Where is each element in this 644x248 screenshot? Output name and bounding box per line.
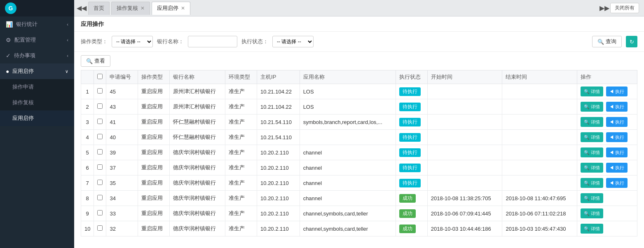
sidebar-item-op-apply[interactable]: 操作申请: [0, 79, 74, 95]
main-area: ◀◀ 首页 操作复核 ✕ 应用启停 ✕ ▶▶ 关闭所有 应用操作 操作类型： -…: [74, 0, 644, 248]
detail-button[interactable]: 🔍 详情: [581, 132, 603, 142]
bank-name-input[interactable]: [188, 36, 237, 47]
detail-button[interactable]: 🔍 详情: [581, 117, 603, 127]
row-checkbox-cell: [94, 191, 106, 206]
sidebar: G 📊 银行统计 ‹ ⚙ 配置管理 ‹ ✓ 待办事项 ‹ ● 应用启停 ∨ 操作…: [0, 0, 74, 248]
sidebar-item-op-review[interactable]: 操作复核: [0, 95, 74, 110]
query-button[interactable]: 🔍 查询: [592, 36, 622, 47]
sidebar-item-app-start[interactable]: ● 应用启停 ∨: [0, 63, 74, 79]
exec-button[interactable]: ◀ 执行: [606, 178, 628, 188]
row-start: 2018-10-08 11:38:25:705: [427, 191, 502, 206]
row-ip: 10.20.2.110: [257, 191, 300, 206]
row-apply-id: 33: [106, 206, 138, 221]
row-checkbox[interactable]: [97, 149, 103, 154]
row-app: channel: [300, 191, 396, 206]
row-checkbox-cell: [94, 145, 106, 160]
exec-button[interactable]: ◀ 执行: [606, 102, 628, 112]
col-env-header: 环境类型: [225, 70, 257, 84]
logo-icon: G: [5, 2, 16, 14]
row-status: 成功: [396, 221, 427, 236]
exec-button[interactable]: ◀ 执行: [606, 117, 628, 127]
chevron-icon: ‹: [67, 53, 68, 58]
row-checkbox-cell: [94, 99, 106, 115]
detail-button[interactable]: 🔍 详情: [581, 208, 603, 218]
row-status: 待执行: [396, 160, 427, 175]
row-checkbox-cell: [94, 84, 106, 99]
row-op-type: 重启应用: [138, 221, 170, 236]
table-row: 4 40 重启应用 怀仁慧融村镇银行 准生产 10.21.54.110 待执行 …: [81, 130, 637, 145]
view-btn-label: 查看: [94, 57, 105, 65]
row-checkbox[interactable]: [97, 103, 103, 109]
row-actions: 🔍 详情 ◀ 执行: [577, 160, 637, 175]
status-badge: 待执行: [399, 164, 421, 172]
row-apply-id: 41: [106, 115, 138, 130]
row-status: 成功: [396, 191, 427, 206]
row-status: 待执行: [396, 84, 427, 99]
tab-app-stop-close[interactable]: ✕: [181, 5, 185, 11]
detail-button[interactable]: 🔍 详情: [581, 224, 603, 234]
sidebar-item-label: 配置管理: [14, 36, 67, 44]
row-app: symbols,branch,report,card,los,...: [300, 115, 396, 130]
tab-op-review-label: 操作复核: [117, 5, 138, 12]
exec-button[interactable]: ◀ 执行: [606, 147, 628, 157]
refresh-button[interactable]: ↻: [626, 36, 637, 47]
sidebar-item-todo[interactable]: ✓ 待办事项 ‹: [0, 48, 74, 63]
sidebar-item-app-stop[interactable]: 应用启停: [0, 110, 74, 126]
detail-button[interactable]: 🔍 详情: [581, 102, 603, 112]
row-checkbox[interactable]: [97, 195, 103, 200]
exec-button[interactable]: ◀ 执行: [606, 163, 628, 173]
sidebar-sub-label: 应用启停: [12, 115, 68, 122]
select-all-checkbox[interactable]: [97, 74, 103, 79]
row-checkbox-cell: [94, 175, 106, 191]
row-bank: 德庆华润村镇银行: [170, 191, 225, 206]
row-end: 2018-10-03 10:45:47:430: [502, 221, 577, 236]
view-button[interactable]: 🔍 查看: [81, 55, 110, 67]
exec-button[interactable]: ◀ 执行: [606, 132, 628, 142]
sidebar-item-label: 待办事项: [14, 52, 67, 59]
row-ip: 10.20.2.110: [257, 206, 300, 221]
sidebar-sub-label: 操作申请: [12, 83, 68, 91]
sidebar-item-bank-stats[interactable]: 📊 银行统计 ‹: [0, 16, 74, 32]
tab-op-review[interactable]: 操作复核 ✕: [111, 2, 150, 15]
row-bank: 怀仁慧融村镇银行: [170, 130, 225, 145]
detail-button[interactable]: 🔍 详情: [581, 163, 603, 173]
col-bank-header: 银行名称: [170, 70, 225, 84]
tab-home[interactable]: 首页: [88, 2, 110, 15]
tab-op-review-close[interactable]: ✕: [141, 5, 145, 11]
row-checkbox[interactable]: [97, 164, 103, 170]
row-num: 10: [81, 221, 94, 236]
detail-button[interactable]: 🔍 详情: [581, 178, 603, 188]
row-num: 9: [81, 206, 94, 221]
status-badge: 待执行: [399, 118, 421, 126]
row-end: 2018-10-06 07:11:02:218: [502, 206, 577, 221]
row-num: 3: [81, 115, 94, 130]
detail-button[interactable]: 🔍 详情: [581, 87, 603, 96]
row-checkbox[interactable]: [97, 134, 103, 139]
op-type-select[interactable]: -- 请选择 --: [112, 36, 153, 47]
tabs-next-btn[interactable]: ▶▶: [599, 2, 610, 14]
status-badge: 待执行: [399, 179, 421, 187]
close-all-button[interactable]: 关闭所有: [610, 3, 639, 13]
sidebar-submenu: 操作申请 操作复核 应用启停: [0, 79, 74, 126]
tabs-prev-btn[interactable]: ◀◀: [76, 2, 87, 14]
row-actions: 🔍 详情 ◀ 执行: [577, 84, 637, 99]
row-start: [427, 115, 502, 130]
exec-button[interactable]: ◀ 执行: [606, 87, 628, 96]
row-checkbox[interactable]: [97, 180, 103, 185]
detail-button[interactable]: 🔍 详情: [581, 147, 603, 157]
exec-status-select[interactable]: -- 请选择 --: [272, 36, 314, 47]
row-op-type: 重启应用: [138, 84, 170, 99]
row-op-type: 重启应用: [138, 206, 170, 221]
row-app: channel,symbols,card,teller: [300, 221, 396, 236]
op-type-label: 操作类型：: [81, 38, 108, 45]
row-app: channel: [300, 175, 396, 191]
row-checkbox[interactable]: [97, 88, 103, 94]
sidebar-item-config-mgmt[interactable]: ⚙ 配置管理 ‹: [0, 32, 74, 48]
table-row: 1 45 重启应用 原州津汇村镇银行 准生产 10.21.104.22 LOS …: [81, 84, 637, 99]
row-checkbox[interactable]: [97, 119, 103, 124]
row-checkbox[interactable]: [97, 210, 103, 215]
row-op-type: 重启应用: [138, 99, 170, 115]
row-checkbox[interactable]: [97, 225, 103, 231]
detail-button[interactable]: 🔍 详情: [581, 193, 603, 203]
tab-app-stop[interactable]: 应用启停 ✕: [152, 2, 190, 15]
